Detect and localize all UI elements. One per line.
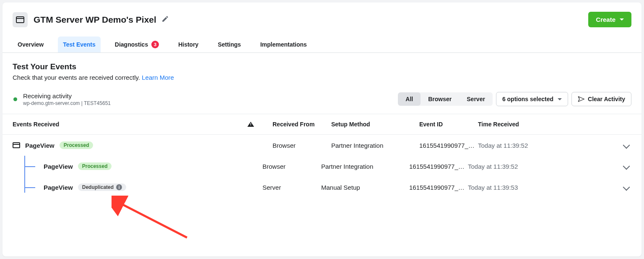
tab-implementations[interactable]: Implementations (255, 37, 312, 52)
learn-more-link[interactable]: Learn More (142, 74, 174, 81)
page-container: GTM Server WP Demo's Pixel Create Overvi… (3, 3, 641, 256)
event-row-child[interactable]: PageView Deduplicated i Server Manual Se… (24, 177, 641, 198)
cell-time: Today at 11:39:53 (468, 184, 577, 191)
section-title: Test Your Events (13, 62, 631, 71)
filter-browser[interactable]: Browser (421, 92, 459, 106)
col-events-received: Events Received (13, 121, 247, 128)
svg-line-2 (120, 203, 187, 238)
options-select-label: 6 options selected (502, 96, 553, 102)
event-children: PageView Processed Browser Partner Integ… (24, 156, 641, 198)
filter-server[interactable]: Server (459, 92, 493, 106)
tab-overview[interactable]: Overview (13, 37, 49, 52)
annotation-arrow (112, 196, 191, 242)
activity-row: Receiving activity wp-demo.gtm-server.co… (3, 84, 641, 114)
svg-rect-0 (16, 17, 24, 23)
cell-event-id: 1615541990977_… (409, 163, 468, 170)
tree-line-horizontal (24, 187, 35, 188)
col-received-from: Received From (273, 121, 331, 128)
events-table-header: Events Received Received From Setup Meth… (3, 114, 641, 135)
cell-setup-method: Partner Integration (321, 163, 409, 170)
create-button-label: Create (596, 16, 615, 23)
create-button[interactable]: Create (588, 12, 631, 27)
clear-activity-label: Clear Activity (588, 96, 625, 102)
tab-diagnostics[interactable]: Diagnostics 3 (110, 37, 164, 52)
warning-icon (247, 122, 254, 127)
cell-time: Today at 11:39:52 (468, 163, 577, 170)
caret-down-icon (558, 98, 562, 100)
edit-icon[interactable] (161, 15, 169, 24)
cell-time: Today at 11:39:52 (478, 142, 587, 149)
activity-sub: wp-demo.gtm-server.com | TEST45651 (23, 100, 111, 106)
tree-line-horizontal (24, 166, 35, 167)
event-name: PageView (44, 163, 73, 170)
tab-history[interactable]: History (173, 37, 203, 52)
event-name: PageView (25, 142, 55, 149)
clear-activity-button[interactable]: Clear Activity (571, 92, 631, 106)
diagnostics-badge: 3 (151, 41, 159, 48)
chevron-down-icon[interactable] (623, 142, 630, 149)
cell-setup-method: Manual Setup (321, 184, 409, 191)
event-row-child[interactable]: PageView Processed Browser Partner Integ… (24, 156, 641, 177)
clear-icon (578, 96, 584, 102)
filter-all[interactable]: All (398, 92, 421, 106)
caret-down-icon (620, 18, 624, 21)
cell-received-from: Browser (262, 163, 321, 170)
cell-setup-method: Partner Integration (331, 142, 419, 149)
chevron-down-icon[interactable] (623, 163, 630, 170)
col-setup-method: Setup Method (331, 121, 419, 128)
tab-diagnostics-label: Diagnostics (115, 41, 148, 48)
col-time-received: Time Received (478, 121, 587, 128)
activity-status-dot (13, 97, 17, 101)
cell-event-id: 1615541990977_… (419, 142, 478, 149)
chevron-down-icon[interactable] (623, 184, 630, 191)
cell-received-from: Server (262, 184, 321, 191)
event-row-parent[interactable]: PageView Processed Browser Partner Integ… (3, 135, 641, 156)
section-intro: Test Your Events Check that your events … (3, 53, 641, 84)
section-subtitle: Check that your events are received corr… (13, 74, 631, 81)
page-title: GTM Server WP Demo's Pixel (34, 15, 156, 25)
cell-event-id: 1615541990977_… (409, 184, 468, 191)
status-badge-processed: Processed (60, 141, 93, 149)
pixel-icon (13, 12, 28, 27)
status-badge-deduplicated: Deduplicated i (78, 183, 126, 191)
activity-info: Receiving activity wp-demo.gtm-server.co… (23, 92, 111, 106)
tabs-bar: Overview Test Events Diagnostics 3 Histo… (3, 31, 641, 53)
info-icon[interactable]: i (116, 184, 122, 190)
tab-test-events[interactable]: Test Events (58, 37, 101, 52)
source-filter-group: All Browser Server (398, 92, 493, 106)
status-badge-processed: Processed (78, 162, 112, 170)
event-name: PageView (44, 184, 73, 191)
col-event-id: Event ID (419, 121, 478, 128)
cell-received-from: Browser (273, 142, 331, 149)
activity-label: Receiving activity (23, 92, 111, 99)
browser-icon (13, 142, 20, 148)
options-select[interactable]: 6 options selected (496, 92, 568, 106)
col-warning (247, 122, 273, 127)
page-header: GTM Server WP Demo's Pixel Create (3, 3, 641, 29)
tab-settings[interactable]: Settings (213, 37, 246, 52)
